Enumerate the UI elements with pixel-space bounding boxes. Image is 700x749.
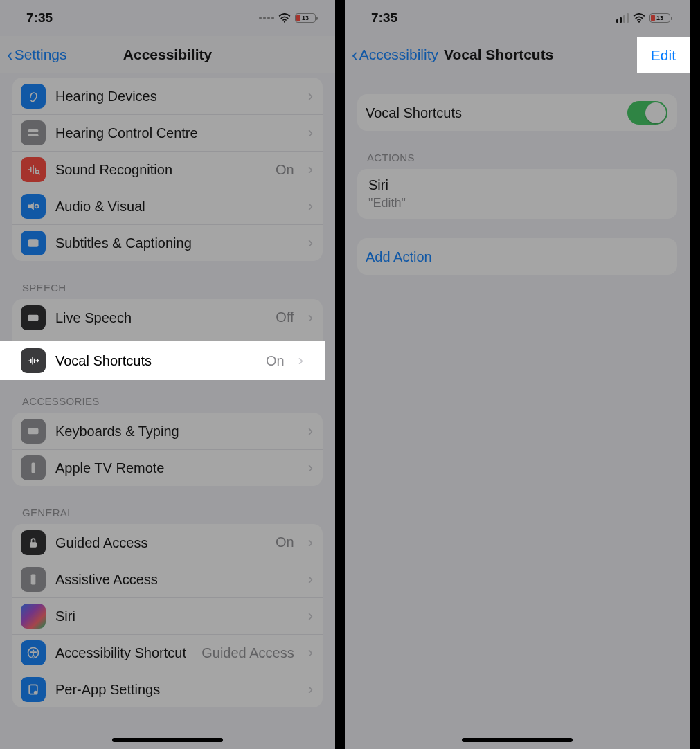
cellular-bars-icon — [616, 13, 629, 23]
row-label: Vocal Shortcuts — [366, 105, 618, 121]
wifi-icon — [278, 13, 291, 23]
row-label: Siri — [55, 608, 298, 624]
row-keyboards-typing[interactable]: Keyboards & Typing › — [12, 413, 323, 449]
svg-rect-10 — [30, 542, 37, 548]
status-bar: 7:35 13 — [0, 0, 335, 36]
lock-icon — [21, 530, 46, 555]
chevron-right-icon: › — [308, 459, 313, 477]
row-label: Guided Access — [55, 534, 266, 551]
back-button[interactable]: ‹ Accessibility — [345, 46, 438, 64]
row-hearing-devices[interactable]: Hearing Devices › — [12, 78, 323, 114]
chevron-right-icon: › — [308, 161, 313, 179]
remote-icon — [21, 455, 46, 480]
row-assistive-access[interactable]: Assistive Access › — [12, 561, 323, 597]
row-vocal-shortcuts-toggle[interactable]: Vocal Shortcuts — [357, 94, 677, 131]
nav-header: ‹ Settings Accessibility — [0, 36, 335, 73]
row-accessibility-shortcut[interactable]: Accessibility Shortcut Guided Access › — [12, 634, 323, 671]
row-value: On — [276, 162, 294, 178]
status-time: 7:35 — [371, 10, 397, 26]
row-label: Apple TV Remote — [55, 460, 298, 476]
row-label: Live Speech — [55, 309, 266, 326]
chevron-right-icon: › — [308, 607, 313, 625]
a11y-icon — [21, 640, 46, 665]
toggle-switch[interactable] — [627, 101, 667, 125]
ear-icon — [21, 84, 46, 109]
chevron-left-icon: ‹ — [352, 46, 358, 64]
av-icon — [21, 194, 46, 219]
row-value: Off — [276, 309, 294, 325]
row-per-app-settings[interactable]: Per-App Settings › — [12, 671, 323, 707]
add-action-label: Add Action — [366, 249, 667, 265]
action-phrase: "Edith" — [368, 196, 406, 210]
row-subtitles-captioning[interactable]: Subtitles & Captioning › — [12, 224, 323, 261]
row-add-action[interactable]: Add Action — [357, 238, 677, 275]
chevron-right-icon: › — [308, 534, 313, 552]
svg-rect-7 — [28, 314, 39, 320]
row-label: Audio & Visual — [55, 198, 298, 215]
row-label: Hearing Control Centre — [55, 125, 298, 141]
chevron-right-icon: › — [308, 124, 313, 142]
keyboard-icon — [21, 419, 46, 444]
row-live-speech[interactable]: Live Speech Off › — [12, 299, 323, 336]
row-value: On — [266, 353, 285, 369]
perapp-icon — [21, 677, 46, 702]
row-guided-access[interactable]: Guided Access On › — [12, 524, 323, 561]
row-vocal-shortcuts[interactable]: Vocal Shortcuts On › — [0, 341, 325, 380]
row-sound-recognition[interactable]: Sound Recognition On › — [12, 151, 323, 188]
battery-icon: 13 — [649, 13, 670, 23]
row-label: Accessibility Shortcut — [55, 644, 192, 661]
chevron-right-icon: › — [308, 87, 313, 105]
home-indicator[interactable] — [462, 738, 573, 742]
row-label: Assistive Access — [55, 571, 298, 588]
svg-rect-1 — [28, 129, 39, 132]
chevron-right-icon: › — [308, 680, 313, 698]
svg-rect-2 — [28, 134, 39, 136]
keyboard-icon — [21, 305, 46, 330]
row-apple-tv-remote[interactable]: Apple TV Remote › — [12, 449, 323, 486]
status-bar: 7:35 13 — [345, 0, 690, 36]
row-label: Subtitles & Captioning — [55, 235, 298, 251]
page-title: Accessibility — [123, 46, 212, 63]
row-audio-visual[interactable]: Audio & Visual › — [12, 188, 323, 224]
chevron-right-icon: › — [308, 570, 313, 588]
row-label: Hearing Devices — [55, 88, 298, 105]
svg-rect-11 — [31, 575, 36, 585]
wave-icon — [21, 348, 46, 373]
svg-point-15 — [34, 691, 37, 694]
svg-point-5 — [35, 205, 39, 208]
row-label: Keyboards & Typing — [55, 423, 298, 440]
row-label: Per-App Settings — [55, 681, 298, 698]
edit-button[interactable]: Edit — [637, 37, 690, 73]
section-header-speech: SPEECH — [12, 261, 323, 299]
chevron-right-icon: › — [308, 309, 313, 327]
chevron-right-icon: › — [308, 234, 313, 252]
chevron-right-icon: › — [298, 352, 303, 370]
svg-point-13 — [33, 649, 35, 651]
battery-icon: 13 — [295, 13, 316, 23]
wifi-icon — [633, 13, 645, 23]
row-label: Sound Recognition — [55, 161, 266, 178]
cellular-dots-icon — [259, 17, 274, 19]
back-button[interactable]: ‹ Settings — [0, 46, 67, 64]
captions-icon — [21, 231, 46, 255]
row-action-siri[interactable]: Siri "Edith" — [357, 169, 677, 219]
section-header-general: GENERAL — [12, 486, 323, 524]
row-hearing-control-centre[interactable]: Hearing Control Centre › — [12, 114, 323, 151]
siri-icon — [21, 604, 46, 629]
edit-label: Edit — [651, 47, 676, 64]
row-label: Vocal Shortcuts — [55, 353, 256, 369]
back-label: Settings — [15, 46, 67, 63]
svg-marker-4 — [28, 202, 34, 210]
section-header-accessories: ACCESSORIES — [12, 374, 323, 413]
home-indicator[interactable] — [112, 738, 223, 742]
section-header-actions: ACTIONS — [357, 131, 677, 169]
svg-point-16 — [638, 21, 640, 23]
action-name: Siri — [368, 177, 388, 193]
status-time: 7:35 — [26, 10, 53, 26]
svg-rect-6 — [28, 239, 39, 247]
row-value: On — [276, 534, 294, 550]
row-siri[interactable]: Siri › — [12, 597, 323, 634]
phone-icon — [21, 567, 46, 592]
svg-rect-9 — [32, 463, 35, 473]
row-value: Guided Access — [201, 645, 294, 661]
